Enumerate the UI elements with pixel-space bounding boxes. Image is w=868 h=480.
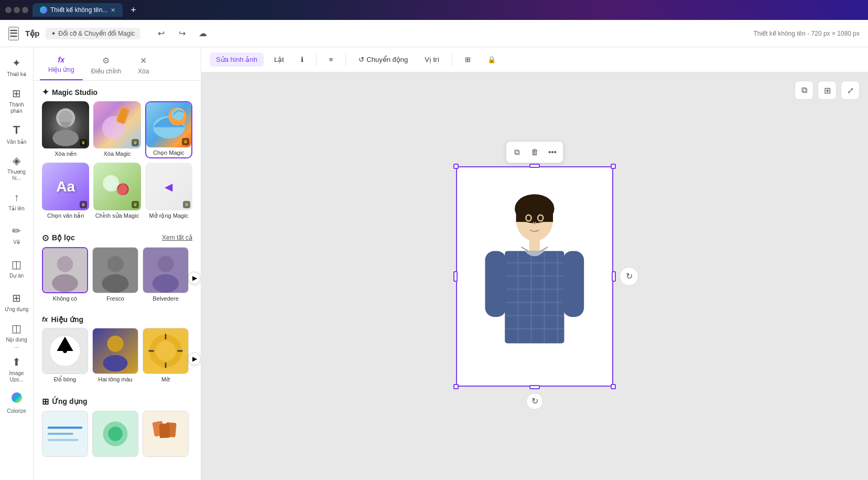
info-button[interactable]: ℹ bbox=[295, 52, 310, 67]
filter-khong-co[interactable]: Không có bbox=[42, 247, 88, 303]
app-item-1[interactable] bbox=[42, 411, 88, 457]
cloud-button[interactable]: ☁ bbox=[194, 25, 211, 42]
edit-image-button[interactable]: Sửa hình ảnh bbox=[210, 52, 264, 67]
xoa-magic-label: Xóa Magic bbox=[93, 148, 140, 158]
flip-button[interactable]: Lật bbox=[268, 52, 290, 67]
lock-button[interactable]: 🔒 bbox=[481, 52, 502, 67]
bo-loc-see-all[interactable]: Xem tất cả bbox=[162, 234, 192, 241]
sidebar-item-van-ban[interactable]: T Văn bản bbox=[2, 119, 31, 150]
redo-button[interactable]: ↪ bbox=[173, 25, 190, 42]
image-ups-label: Image Ups... bbox=[4, 370, 29, 383]
refresh-icon: ↻ bbox=[626, 271, 633, 281]
sidebar-item-colorize[interactable]: Colorize bbox=[2, 387, 31, 419]
undo-button[interactable]: ↩ bbox=[153, 25, 169, 42]
svg-point-15 bbox=[107, 255, 123, 272]
handle-top-right[interactable] bbox=[611, 164, 616, 169]
svg-point-23 bbox=[107, 335, 123, 351]
svg-rect-60 bbox=[563, 251, 584, 317]
position-button[interactable]: Vị trí bbox=[418, 52, 446, 67]
handle-bot-mid[interactable] bbox=[529, 385, 540, 389]
effect-xoa-magic[interactable]: ♛ Xóa Magic bbox=[93, 101, 140, 158]
hieu-ung-tab-icon: fx bbox=[58, 56, 64, 64]
grid-icon: ⊞ bbox=[465, 56, 471, 63]
svg-point-19 bbox=[153, 274, 179, 293]
xoa-tab-label: Xóa bbox=[138, 68, 149, 75]
filter-scroll-arrow[interactable]: ▶ bbox=[188, 272, 201, 284]
sidebar-item-image-ups[interactable]: ⬆ Image Ups... bbox=[2, 354, 31, 385]
duplicate-button[interactable]: ⧉ bbox=[508, 144, 525, 161]
header-badge[interactable]: ✦ Đổi cỡ & Chuyển đổi Magic bbox=[46, 28, 140, 39]
align-button[interactable]: ≡ bbox=[323, 52, 340, 67]
badge-icon: ✦ bbox=[51, 30, 56, 37]
sidebar-item-du-an[interactable]: ◫ Dự án bbox=[2, 253, 31, 284]
tai-len-icon: ↑ bbox=[14, 191, 19, 204]
effect-hai-tong-mau[interactable]: Hai tông màu bbox=[92, 328, 138, 384]
effect-mo-rong-magic[interactable]: ◀ ♛ Mở rộng Magic bbox=[145, 163, 192, 220]
animation-button[interactable]: ↺ Chuyển động bbox=[352, 52, 414, 67]
sidebar-item-noi-dung[interactable]: ◫ Nội dung ... bbox=[2, 320, 31, 351]
effect-chon-magic[interactable]: ♛ Chọn Magic bbox=[145, 101, 192, 158]
svg-point-0 bbox=[12, 392, 22, 403]
canvas-arrange-btn[interactable]: ⊞ bbox=[818, 81, 837, 100]
tab-dieu-chinh[interactable]: ⚙ Điều chỉnh bbox=[83, 51, 129, 80]
browser-dots bbox=[5, 7, 28, 13]
image-ups-icon: ⬆ bbox=[12, 356, 21, 368]
handle-top-mid[interactable] bbox=[529, 164, 540, 168]
effect-mo[interactable]: Mờ bbox=[143, 328, 189, 384]
effect-xoa-nen[interactable]: ♛ Xóa nền bbox=[42, 101, 89, 158]
more-button[interactable]: ••• bbox=[544, 144, 561, 161]
filter-fresco[interactable]: Fresco bbox=[92, 247, 138, 303]
tab-close-btn[interactable]: ✕ bbox=[111, 7, 115, 14]
thiet-ke-icon: ✦ bbox=[12, 57, 21, 69]
sidebar-item-ve[interactable]: ✏ Vẽ bbox=[2, 219, 31, 251]
chinh-sua-magic-img: ♛ bbox=[93, 163, 140, 210]
handle-mid-right[interactable] bbox=[612, 271, 616, 282]
tab-xoa[interactable]: ✕ Xóa bbox=[129, 51, 157, 80]
svg-point-64 bbox=[539, 216, 543, 220]
app-item-2[interactable] bbox=[92, 411, 138, 457]
sidebar-item-tai-len[interactable]: ↑ Tải lên bbox=[2, 186, 31, 217]
sidebar-item-thiet-ke[interactable]: ✦ Thiết kế bbox=[2, 51, 31, 83]
sidebar-item-ung-dung[interactable]: ⊞ Ứng dụng bbox=[2, 286, 31, 318]
svg-point-38 bbox=[108, 426, 122, 441]
handle-top-left[interactable] bbox=[453, 164, 459, 169]
tab-hieu-ung[interactable]: fx Hiệu ứng bbox=[40, 51, 83, 80]
sidebar-item-thanh-phan[interactable]: ⊞ Thành phần bbox=[2, 85, 31, 116]
grid-button[interactable]: ⊞ bbox=[459, 52, 477, 67]
filter-belvedere[interactable]: Belvedere bbox=[143, 247, 189, 303]
bo-loc-icon: ⊙ bbox=[42, 233, 49, 243]
ung-dung-section-title: ⊞ Ứng dụng bbox=[42, 397, 88, 407]
svg-rect-47 bbox=[529, 239, 540, 251]
colorize-icon bbox=[11, 392, 23, 406]
image-frame[interactable]: ⧉ 🗑 ••• bbox=[456, 166, 613, 387]
handle-bot-right[interactable] bbox=[611, 384, 616, 389]
svg-point-22 bbox=[63, 349, 67, 353]
svg-rect-46 bbox=[516, 209, 553, 222]
handle-bot-left[interactable] bbox=[453, 384, 459, 389]
effect-chon-van-ban[interactable]: Aa ♛ Chọn văn bản bbox=[42, 163, 89, 220]
filter-fresco-img bbox=[92, 247, 138, 293]
svg-rect-42 bbox=[159, 423, 170, 438]
menu-button[interactable]: ☰ bbox=[8, 27, 19, 40]
do-bong-label: Đổ bóng bbox=[42, 374, 88, 384]
hieu-ung-scroll-arrow[interactable]: ▶ bbox=[188, 353, 201, 365]
canvas-content[interactable]: ⧉ ⊞ ⤢ ⧉ 🗑 bbox=[201, 72, 868, 480]
ung-dung-section-header: ⊞ Ứng dụng bbox=[34, 390, 201, 411]
app-item-3[interactable] bbox=[143, 411, 189, 457]
effect-do-bong[interactable]: Đổ bóng bbox=[42, 328, 88, 384]
rotate-bottom-handle[interactable]: ↻ bbox=[526, 393, 543, 410]
sidebar-item-thuong-hieu[interactable]: ◈ Thương hi... bbox=[2, 152, 31, 184]
handle-mid-left[interactable] bbox=[453, 271, 458, 282]
new-tab-button[interactable]: + bbox=[127, 4, 139, 16]
effect-chinh-sua-magic[interactable]: ♛ Chỉnh sửa Magic bbox=[93, 163, 140, 220]
canvas-copy-btn[interactable]: ⧉ bbox=[795, 81, 813, 100]
canvas-expand-btn[interactable]: ⤢ bbox=[841, 81, 860, 100]
delete-button[interactable]: 🗑 bbox=[526, 144, 543, 161]
browser-tab[interactable]: Thiết kế không tên... ✕ bbox=[32, 3, 123, 17]
bo-loc-items: Không có Fresco bbox=[42, 247, 192, 303]
toolbar-divider-2 bbox=[345, 54, 346, 66]
hieu-ung-tab-label: Hiệu ứng bbox=[48, 66, 74, 73]
image-action-bar: ⧉ 🗑 ••• bbox=[506, 141, 563, 163]
side-refresh-button[interactable]: ↻ bbox=[620, 267, 638, 286]
more-icon: ••• bbox=[548, 147, 557, 156]
